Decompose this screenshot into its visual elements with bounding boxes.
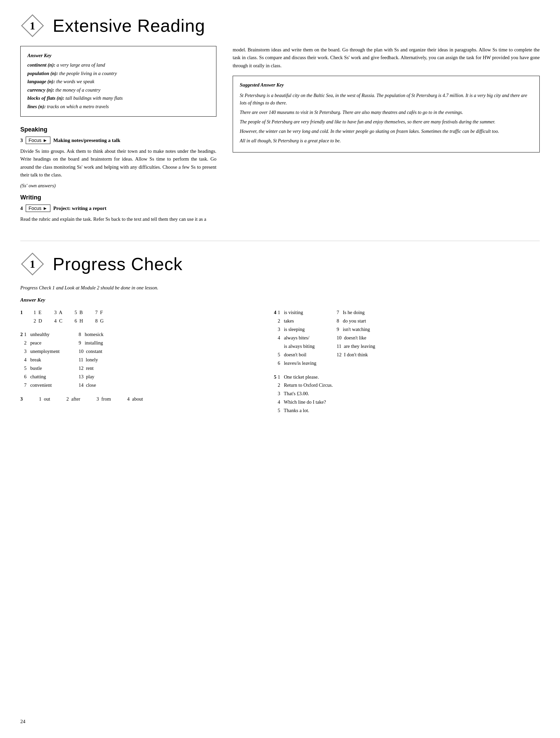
q4-row: 4 1 is visiting 2 takes 3 is sleeping 4 … — [274, 308, 540, 367]
ak-entry-3: language (n): the words we speak — [27, 78, 209, 85]
q2-6: 6 chatting — [24, 373, 60, 381]
q5-row: 5 1 One ticket please. 2 Return to Oxfor… — [274, 373, 540, 415]
q5-1: 1 One ticket please. — [278, 373, 333, 381]
q2-5: 5 bustle — [24, 364, 60, 373]
q1-c1-r1: 1 E — [33, 308, 42, 317]
q5-2: 2 Return to Oxford Circus. — [278, 381, 333, 389]
focus3-num: 3 — [20, 138, 23, 143]
section1-left: Answer Key continent (n): a very large a… — [20, 46, 216, 227]
q2-cols: 1 unhealthy 2 peace 3 unemployment 4 bre… — [24, 330, 103, 389]
section1-badge-num: 1 — [30, 20, 35, 32]
speaking-heading: Speaking — [20, 126, 216, 133]
focus3-text: Making notes/presenting a talk — [53, 138, 120, 143]
q2-11: 11 lonely — [78, 356, 103, 364]
q1-c1-r2: 2 D — [33, 317, 42, 325]
q4-5: 5 doesn't boil — [278, 351, 316, 359]
section2-header: 1 Progress Check — [20, 252, 540, 276]
suggested-key-box: Suggested Answer Key St Petersburg is a … — [233, 76, 540, 152]
q4-4a: 4 always bites/ — [278, 334, 316, 342]
ak-entry-2: population (n): the people living in a c… — [27, 70, 209, 77]
q2-3: 3 unemployment — [24, 347, 60, 356]
q4-col1: 1 is visiting 2 takes 3 is sleeping 4 al… — [278, 308, 316, 367]
q2-10: 10 constant — [78, 347, 103, 356]
q3-3: 3 from — [96, 395, 111, 403]
q4-10: 10 doesn't like — [337, 334, 375, 342]
q4-4b: is always biting — [278, 342, 316, 351]
q1-c2-r1: 3 A — [54, 308, 62, 317]
writing-body: Read the rubric and explain the task. Re… — [20, 215, 216, 223]
sug-p2: There are over 140 museums to visit in S… — [240, 109, 533, 116]
section1-badge: 1 — [20, 14, 45, 38]
speaking-body: Divide Ss into groups. Ask them to think… — [20, 147, 216, 179]
q5-5: 5 Thanks a lot. — [278, 406, 333, 415]
q3-label: 3 — [20, 395, 23, 403]
q1-col4: 7 F 8 G — [95, 308, 103, 325]
q2-row: 2 1 unhealthy 2 peace 3 unemployment 4 b… — [20, 330, 274, 389]
q4-6: 6 leaves/is leaving — [278, 359, 316, 367]
q4-3: 3 is sleeping — [278, 325, 316, 334]
ak-entry-4: currency (n): the money of a country — [27, 86, 209, 94]
q1-c4-r2: 8 G — [95, 317, 103, 325]
suggested-key-label: Suggested Answer Key — [240, 81, 533, 89]
q3-2: 2 after — [66, 395, 80, 403]
q1-col3: 5 B 6 H — [74, 308, 83, 325]
focus4-row: 4 Focus ► Project: writing a report — [20, 205, 216, 212]
answer-key-label: Answer Key — [27, 52, 209, 59]
section2: 1 Progress Check Progress Check 1 and Lo… — [20, 252, 540, 420]
q4-9: 9 isn't watching — [337, 325, 375, 334]
answers-left: 1 1 E 2 D 3 A 4 C — [20, 308, 274, 420]
sug-p1: St Petersburg is a beautiful city on the… — [240, 92, 533, 107]
q5-4: 4 Which line do I take? — [278, 398, 333, 406]
q2-col2: 8 homesick 9 installing 10 constant 11 l… — [78, 330, 103, 389]
ss-answers: (Ss' own answers) — [20, 183, 216, 189]
q1-c3-r2: 6 H — [74, 317, 83, 325]
q1-col2: 3 A 4 C — [54, 308, 62, 325]
q5-entries: 1 One ticket please. 2 Return to Oxford … — [278, 373, 333, 415]
q1-cols: 1 E 2 D 3 A 4 C 5 B 6 H — [33, 308, 103, 325]
q1-c4-r1: 7 F — [95, 308, 103, 317]
q2-13: 13 play — [78, 373, 103, 381]
section1-title: Extensive Reading — [53, 16, 205, 36]
answer-key-box: Answer Key continent (n): a very large a… — [20, 46, 216, 117]
section-divider — [20, 241, 540, 241]
sug-p3: The people of St Petersburg are very fri… — [240, 118, 533, 126]
q4-2: 2 takes — [278, 317, 316, 325]
q4-label: 4 — [274, 308, 276, 317]
section1-right: model. Brainstorm ideas and write them o… — [233, 46, 540, 227]
q4-1: 1 is visiting — [278, 308, 316, 317]
q2-9: 9 installing — [78, 339, 103, 347]
q2-7: 7 convenient — [24, 381, 60, 389]
ak-entry-1: continent (n): a very large area of land — [27, 61, 209, 69]
answers-section: 1 1 E 2 D 3 A 4 C — [20, 308, 540, 420]
q2-8: 8 homesick — [78, 330, 103, 339]
focus4-num: 4 — [20, 206, 23, 211]
section2-badge-num: 1 — [30, 258, 35, 270]
q4-11: 11 are they leaving — [337, 342, 375, 351]
q4-8: 8 do you start — [337, 317, 375, 325]
q2-2: 2 peace — [24, 339, 60, 347]
section1-content: Answer Key continent (n): a very large a… — [20, 46, 540, 227]
q5-3: 3 That's £3.00. — [278, 389, 333, 398]
q2-label: 2 — [20, 330, 23, 339]
q1-label: 1 — [20, 308, 23, 317]
q2-4: 4 break — [24, 356, 60, 364]
q5-label: 5 — [274, 373, 276, 381]
q4-cols: 1 is visiting 2 takes 3 is sleeping 4 al… — [278, 308, 375, 367]
writing-heading: Writing — [20, 194, 216, 201]
q2-col1: 1 unhealthy 2 peace 3 unemployment 4 bre… — [24, 330, 60, 389]
progress-intro: Progress Check 1 and Look at Module 2 sh… — [20, 284, 540, 292]
q5-block: 5 1 One ticket please. 2 Return to Oxfor… — [274, 373, 540, 415]
q3-4: 4 about — [127, 395, 143, 403]
page-number: 24 — [20, 719, 25, 724]
q3-row: 3 1 out 2 after 3 from 4 about — [20, 395, 274, 403]
q4-block: 4 1 is visiting 2 takes 3 is sleeping 4 … — [274, 308, 540, 367]
section2-badge: 1 — [20, 252, 45, 276]
q2-12: 12 rent — [78, 364, 103, 373]
q1-row: 1 1 E 2 D 3 A 4 C — [20, 308, 274, 325]
focus4-badge: Focus ► — [26, 205, 51, 212]
sug-p4: However, the winter can be very long and… — [240, 128, 533, 135]
q2-block: 2 1 unhealthy 2 peace 3 unemployment 4 b… — [20, 330, 274, 389]
q1-c3-r1: 5 B — [74, 308, 83, 317]
q1-col1: 1 E 2 D — [33, 308, 42, 325]
q4-12: 12 I don't think — [337, 351, 375, 359]
